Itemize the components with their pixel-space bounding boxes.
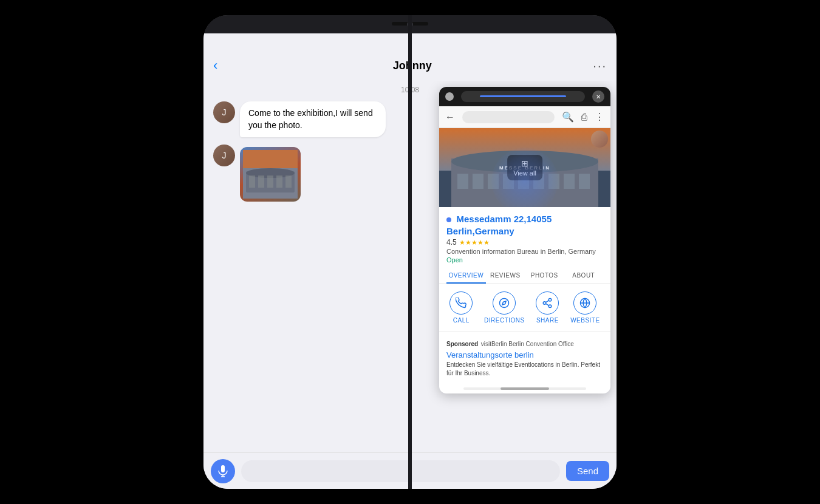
directions-label: DIRECTIONS: [484, 317, 525, 324]
place-image: MESSE BERLIN ⊞ View all: [439, 128, 610, 207]
browser-card: ✕ ← 🔍 ⎙ ⋮: [439, 87, 610, 393]
status-bar: [203, 33, 617, 50]
browser-navbar: ← 🔍 ⎙ ⋮: [439, 106, 610, 128]
place-dot: [446, 217, 451, 222]
svg-line-31: [546, 301, 549, 302]
tab-reviews[interactable]: REVIEWS: [486, 268, 525, 284]
browser-search-icon[interactable]: 🔍: [562, 111, 574, 123]
input-area: Send: [203, 452, 617, 489]
avatar-image: J: [213, 101, 235, 123]
building-svg: [243, 150, 298, 199]
device-top-bar: [203, 15, 617, 33]
svg-point-29: [549, 305, 552, 308]
action-row: CALL DIRECTIONS: [439, 284, 610, 332]
browser-scrollbar[interactable]: [463, 387, 586, 390]
send-button[interactable]: Send: [566, 461, 609, 481]
svg-rect-6: [258, 175, 264, 188]
message-bubble: Come to the exhibition,I will send you t…: [240, 101, 386, 137]
call-button[interactable]: CALL: [449, 291, 473, 324]
place-info: Messedamm 22,14055Berlin,Germany 4.5 ★★★…: [439, 207, 610, 264]
svg-rect-17: [488, 174, 499, 189]
tabs-bar: OVERVIEW REVIEWS PHOTOS ABOUT: [439, 268, 610, 284]
browser-topbar: ✕: [439, 87, 610, 106]
scrollbar-thumb: [501, 387, 550, 390]
browser-url-bar: [461, 91, 585, 102]
svg-rect-21: [548, 174, 559, 189]
svg-rect-1: [243, 150, 298, 168]
place-status: Open: [446, 256, 603, 264]
browser-close-button[interactable]: ✕: [592, 90, 604, 103]
call-label: CALL: [453, 317, 470, 324]
browser-menu-icon[interactable]: ⋮: [595, 111, 604, 123]
photo-bubble[interactable]: [240, 147, 301, 202]
svg-rect-8: [276, 175, 282, 188]
device-frame: ‹ Johnny ··· 10:08 J Come to the exhibit…: [203, 15, 617, 489]
back-button[interactable]: ‹: [213, 58, 231, 73]
browser-share-icon[interactable]: ⎙: [581, 112, 587, 123]
place-name: Messedamm 22,14055Berlin,Germany: [446, 214, 552, 236]
directions-button[interactable]: DIRECTIONS: [484, 291, 525, 324]
svg-rect-15: [457, 174, 468, 189]
place-type: Convention information Bureau in Berlin,…: [446, 248, 603, 255]
sponsored-section: Sponsored visitBerlin Berlin Convention …: [439, 332, 610, 384]
sponsored-label: Sponsored: [446, 341, 478, 347]
call-icon: [456, 298, 466, 308]
share-button[interactable]: SHARE: [536, 291, 559, 324]
app-header: ‹ Johnny ···: [203, 50, 617, 81]
mic-button[interactable]: [211, 459, 235, 483]
front-camera: [407, 21, 413, 27]
website-icon-circle: [573, 291, 596, 315]
message-input[interactable]: [241, 460, 560, 482]
rating-value: 4.5: [446, 238, 457, 247]
browser-minimize-btn[interactable]: [445, 92, 454, 101]
rating-stars: ★★★★★: [459, 239, 490, 247]
view-all-button[interactable]: ⊞ View all: [507, 155, 542, 180]
svg-marker-26: [502, 301, 506, 305]
website-button[interactable]: WEBSITE: [570, 291, 600, 324]
share-icon-circle: [536, 291, 559, 315]
avatar: J: [213, 101, 235, 123]
address-bar[interactable]: [462, 111, 555, 123]
more-button[interactable]: ···: [593, 59, 607, 73]
website-icon: [579, 298, 590, 308]
screen: ‹ Johnny ··· 10:08 J Come to the exhibit…: [203, 33, 617, 489]
svg-point-25: [500, 299, 509, 308]
svg-rect-9: [285, 175, 292, 188]
photo-thumbnail: [240, 147, 301, 202]
chat-area: 10:08 J Come to the exhibition,I will se…: [203, 81, 617, 452]
svg-rect-23: [579, 174, 590, 189]
sponsored-link[interactable]: Veranstaltungsorte berlin: [446, 350, 603, 359]
svg-rect-16: [473, 174, 483, 189]
sponsored-desc: Entdecken Sie vielfältige Eventlocations…: [446, 361, 603, 378]
browser-back-button[interactable]: ←: [445, 112, 455, 123]
avatar-2: J: [213, 145, 235, 166]
call-icon-circle: [449, 291, 473, 315]
svg-rect-34: [221, 465, 225, 472]
contact-name: Johnny: [393, 60, 432, 72]
share-icon: [542, 298, 553, 308]
share-label: SHARE: [536, 317, 559, 324]
tab-about[interactable]: ABOUT: [564, 268, 604, 284]
directions-icon-circle: [493, 291, 516, 315]
user-avatar-corner: [591, 131, 608, 148]
tab-photos[interactable]: PHOTOS: [525, 268, 564, 284]
svg-rect-22: [564, 174, 575, 189]
mic-icon: [218, 465, 228, 477]
svg-rect-5: [249, 175, 255, 188]
sponsored-name: visitBerlin Berlin Convention Office: [481, 341, 574, 347]
svg-point-28: [544, 302, 547, 305]
place-rating: 4.5 ★★★★★: [446, 238, 603, 247]
website-label: WEBSITE: [570, 317, 600, 324]
url-line: [480, 95, 567, 97]
svg-line-30: [546, 304, 549, 305]
directions-icon: [499, 298, 510, 308]
avatar-image-2: J: [213, 145, 235, 166]
svg-rect-7: [267, 175, 273, 188]
tab-overview[interactable]: OVERVIEW: [446, 268, 486, 284]
svg-point-27: [549, 299, 552, 302]
